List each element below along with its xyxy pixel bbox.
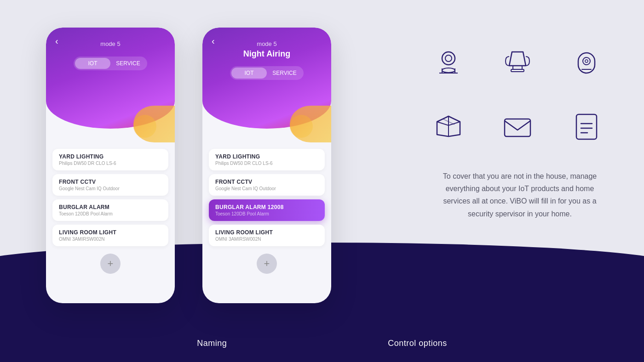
device-item-living-room-2[interactable]: LIVING ROOM LIGHT OMNI 3AMIRSW002N: [209, 225, 325, 246]
phone-naming-header: ‹ mode 5 IOT SERVICE: [46, 28, 175, 129]
accent-shape-4: [290, 115, 313, 138]
device-name: BURGLAR ALARM: [59, 204, 162, 210]
device-name: LIVING ROOM LIGHT: [59, 229, 162, 236]
svg-point-1: [445, 55, 452, 62]
device-name: YARD LIGHTING: [215, 153, 318, 160]
svg-rect-13: [576, 114, 597, 139]
device-list-control: YARD LIGHTING Philips DW50 DR CLO LS-6 F…: [202, 142, 331, 246]
device-model: OMNI 3AMIRSW002N: [215, 237, 318, 242]
device-model: Toeson 120DB Pool Alarm: [215, 211, 318, 216]
device-model: Toeson 120DB Pool Alarm: [59, 211, 162, 216]
add-device-button-1[interactable]: +: [100, 254, 121, 274]
mode-label-naming: mode 5: [100, 40, 120, 47]
control-options-label: Control options: [388, 339, 447, 348]
svg-rect-12: [505, 119, 530, 136]
phone-control-header: ‹ mode 5 Night Airing IOT SERVICE: [202, 28, 331, 129]
document-icon: [561, 101, 612, 152]
svg-point-9: [583, 57, 590, 65]
device-item-burglar-alarm-1[interactable]: BURGLAR ALARM Toeson 120DB Pool Alarm: [52, 199, 168, 221]
device-name: FRONT CCTV: [215, 179, 318, 185]
accent-shape-2: [133, 115, 156, 138]
camera-icon: [423, 37, 474, 87]
tab-iot-naming[interactable]: IOT: [75, 58, 110, 69]
speaker-icon: [561, 37, 612, 87]
phone-control: ‹ mode 5 Night Airing IOT SERVICE YARD L…: [202, 28, 331, 303]
tab-iot-control[interactable]: IOT: [231, 68, 267, 79]
device-name: YARD LIGHTING: [59, 153, 162, 160]
tab-service-naming[interactable]: SERVICE: [110, 58, 146, 69]
svg-rect-7: [511, 69, 524, 72]
device-item-burglar-alarm-2[interactable]: BURGLAR ALARM 12008 Toeson 120DB Pool Al…: [209, 199, 325, 221]
back-button-naming[interactable]: ‹: [55, 36, 58, 46]
device-item-front-cctv-1[interactable]: FRONT CCTV Google Nest Cam IQ Outdoor: [52, 174, 168, 196]
tab-service-control[interactable]: SERVICE: [267, 68, 302, 79]
device-model: OMNI 3AMIRSW002N: [59, 237, 162, 242]
icons-grid: [423, 37, 616, 152]
svg-rect-8: [578, 53, 595, 73]
right-panel: To cover that you are not in the house, …: [423, 37, 616, 220]
device-item-yard-lighting-2[interactable]: YARD LIGHTING Philips DW50 DR CLO LS-6: [209, 149, 325, 170]
device-list-naming: YARD LIGHTING Philips DW50 DR CLO LS-6 F…: [46, 142, 175, 246]
mode-label-control: mode 5: [257, 40, 276, 47]
box-icon: [423, 101, 474, 152]
naming-label: Naming: [197, 339, 227, 348]
device-model: Philips DW50 DR CLO LS-6: [215, 161, 318, 166]
device-item-front-cctv-2[interactable]: FRONT CCTV Google Nest Cam IQ Outdoor: [209, 174, 325, 196]
device-model: Google Nest Cam IQ Outdoor: [59, 186, 162, 191]
svg-point-10: [585, 60, 588, 62]
phone-naming: ‹ mode 5 IOT SERVICE YARD LIGHTING Phili…: [46, 28, 175, 303]
device-item-living-room-1[interactable]: LIVING ROOM LIGHT OMNI 3AMIRSW002N: [52, 225, 168, 246]
bottom-labels-container: Naming Control options: [0, 339, 644, 348]
phones-container: ‹ mode 5 IOT SERVICE YARD LIGHTING Phili…: [46, 28, 331, 303]
svg-point-2: [442, 68, 455, 73]
back-button-control[interactable]: ‹: [212, 36, 215, 46]
device-model: Google Nest Cam IQ Outdoor: [215, 186, 318, 191]
device-name: LIVING ROOM LIGHT: [215, 229, 318, 236]
device-model: Philips DW50 DR CLO LS-6: [59, 161, 162, 166]
mode-title-control: Night Airing: [243, 49, 290, 59]
device-item-yard-lighting-1[interactable]: YARD LIGHTING Philips DW50 DR CLO LS-6: [52, 149, 168, 170]
lamp-icon: [492, 37, 543, 87]
svg-point-0: [442, 52, 455, 65]
device-name: BURGLAR ALARM 12008: [215, 204, 318, 210]
tabs-naming: IOT SERVICE: [74, 57, 147, 70]
device-name: FRONT CCTV: [59, 179, 162, 185]
add-device-button-2[interactable]: +: [257, 254, 277, 274]
mail-icon: [492, 101, 543, 152]
tabs-control: IOT SERVICE: [230, 66, 304, 80]
description-text: To cover that you are not in the house, …: [432, 170, 607, 220]
